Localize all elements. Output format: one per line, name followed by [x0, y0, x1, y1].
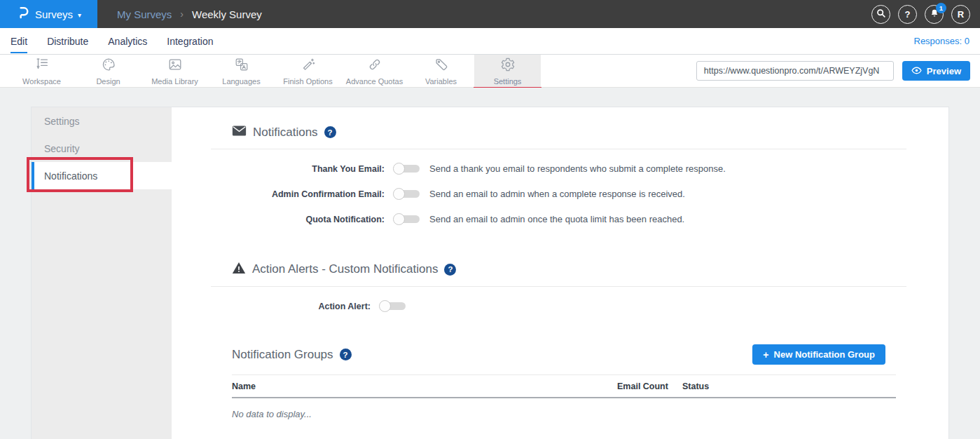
toolbar-item-advance-quotas[interactable]: Advance Quotas: [341, 55, 408, 87]
chevron-down-icon: ▾: [78, 11, 81, 19]
search-button[interactable]: [871, 5, 890, 24]
toolbar-item-variables[interactable]: Variables: [408, 55, 474, 87]
product-switcher[interactable]: Surveys ▾: [0, 0, 97, 28]
toolbar-label: Settings: [494, 77, 522, 86]
workspace-icon: [34, 57, 50, 75]
topbar-actions: ? 1 R: [871, 0, 980, 28]
sidebar-item-label: Notifications: [44, 170, 97, 182]
toolbar-label: Advance Quotas: [346, 77, 403, 86]
wand-icon: [301, 57, 316, 75]
toggle-label: Quota Notification:: [211, 215, 385, 224]
toolbar-label: Workspace: [22, 77, 61, 86]
product-label: Surveys: [35, 8, 73, 20]
column-header-status: Status: [682, 381, 896, 391]
breadcrumb-parent[interactable]: My Surveys: [117, 8, 172, 20]
breadcrumb-current: Weekly Survey: [192, 8, 262, 20]
toolbar-item-design[interactable]: Design: [75, 55, 142, 87]
admin-confirmation-email-toggle[interactable]: [393, 188, 420, 200]
table-header-row: Name Email Count Status: [232, 374, 896, 398]
settings-panel: Settings Security Notifications Not: [31, 107, 949, 439]
preview-button[interactable]: Preview: [902, 61, 970, 81]
action-alerts-section-header: Action Alerts - Custom Notifications ?: [232, 262, 906, 277]
tab-edit[interactable]: Edit: [11, 29, 27, 53]
toggle-label: Thank You Email:: [211, 164, 385, 174]
chain-link-icon: [367, 57, 382, 75]
toolbar-item-workspace[interactable]: Workspace: [8, 55, 75, 87]
notifications-section-header: Notifications ?: [232, 125, 906, 140]
toggle-row-action-alert: Action Alert:: [211, 300, 906, 312]
preview-label: Preview: [927, 66, 961, 76]
responses-count[interactable]: Responses: 0: [914, 36, 970, 46]
toolbar-item-languages[interactable]: Languages: [208, 55, 275, 87]
account-avatar[interactable]: R: [951, 5, 970, 24]
help-icon[interactable]: ?: [444, 264, 456, 276]
toolbar-right: Preview: [696, 55, 980, 87]
thank-you-email-toggle[interactable]: [393, 163, 420, 175]
toggle-label: Admin Confirmation Email:: [211, 189, 385, 199]
quota-notification-toggle[interactable]: [393, 213, 420, 225]
top-bar: Surveys ▾ My Surveys › Weekly Survey ?: [0, 0, 980, 28]
tag-icon: [434, 57, 449, 75]
notifications-button[interactable]: 1: [925, 5, 944, 24]
notification-badge: 1: [936, 3, 946, 13]
tab-distribute[interactable]: Distribute: [47, 29, 88, 53]
notification-groups-header: Notification Groups ? + New Notification…: [211, 344, 906, 365]
breadcrumb: My Surveys › Weekly Survey: [117, 0, 262, 28]
toggle-description: Send an email to admin when a complete r…: [429, 189, 685, 199]
notifications-content: Notifications ? Thank You Email: Send a …: [172, 107, 948, 439]
edit-toolbar: Workspace Design Media Library: [0, 55, 980, 88]
image-icon: [167, 57, 183, 75]
help-icon[interactable]: ?: [340, 349, 352, 360]
toggle-label: Action Alert:: [211, 302, 371, 311]
toolbar-label: Design: [96, 77, 120, 86]
help-button[interactable]: ?: [898, 5, 917, 24]
notification-groups-title-wrap: Notification Groups ?: [232, 348, 352, 362]
sidebar-item-label: Settings: [44, 116, 80, 127]
tab-analytics[interactable]: Analytics: [108, 29, 147, 53]
section-title: Action Alerts - Custom Notifications: [252, 262, 438, 276]
translate-icon: [234, 57, 249, 75]
eye-icon: [911, 66, 922, 76]
section-title: Notification Groups: [232, 348, 333, 362]
tab-integration[interactable]: Integration: [167, 29, 213, 53]
section-title: Notifications: [253, 126, 318, 140]
toggle-description: Send an email to admin once the quota li…: [429, 214, 684, 224]
avatar-initial: R: [958, 9, 964, 20]
settings-sidebar: Settings Security Notifications: [32, 107, 172, 439]
new-group-label: New Notification Group: [774, 349, 875, 360]
envelope-icon: [232, 125, 247, 140]
question-mark-icon: ?: [905, 9, 911, 20]
notification-groups-table: Name Email Count Status No data to displ…: [232, 374, 896, 430]
survey-url-input[interactable]: [696, 61, 894, 81]
sidebar-item-settings[interactable]: Settings: [32, 107, 172, 135]
column-header-email-count: Email Count: [617, 381, 682, 391]
toggle-row-quota-notification: Quota Notification: Send an email to adm…: [211, 213, 906, 225]
toggle-row-admin-confirmation-email: Admin Confirmation Email: Send an email …: [211, 188, 906, 200]
sidebar-item-label: Security: [44, 143, 80, 154]
table-empty-message: No data to display...: [232, 398, 896, 430]
toolbar-label: Finish Options: [283, 77, 332, 86]
breadcrumb-separator-icon: ›: [180, 8, 184, 20]
action-alert-toggle[interactable]: [379, 300, 406, 312]
toolbar-item-settings[interactable]: Settings: [474, 55, 541, 87]
gear-icon: [500, 57, 516, 75]
questionpro-logo-icon: [16, 6, 30, 22]
toolbar-label: Media Library: [151, 77, 198, 86]
settings-page: Settings Security Notifications Not: [0, 88, 980, 439]
warning-triangle-icon: [232, 262, 246, 277]
divider: [211, 286, 906, 287]
help-icon[interactable]: ?: [324, 126, 336, 138]
toggle-description: Send a thank you email to respondents wh…: [429, 163, 726, 174]
toolbar-item-media-library[interactable]: Media Library: [142, 55, 208, 87]
column-header-name: Name: [232, 381, 617, 391]
search-icon: [876, 8, 886, 20]
toolbar-label: Languages: [222, 77, 260, 86]
new-notification-group-button[interactable]: + New Notification Group: [752, 344, 885, 365]
toolbar-item-finish-options[interactable]: Finish Options: [275, 55, 341, 87]
divider: [211, 149, 906, 149]
sidebar-item-notifications[interactable]: Notifications: [32, 162, 172, 189]
sidebar-item-security[interactable]: Security: [32, 135, 172, 162]
palette-icon: [101, 57, 116, 75]
survey-nav: Edit Distribute Analytics Integration Re…: [0, 28, 980, 55]
plus-icon: +: [763, 349, 768, 360]
